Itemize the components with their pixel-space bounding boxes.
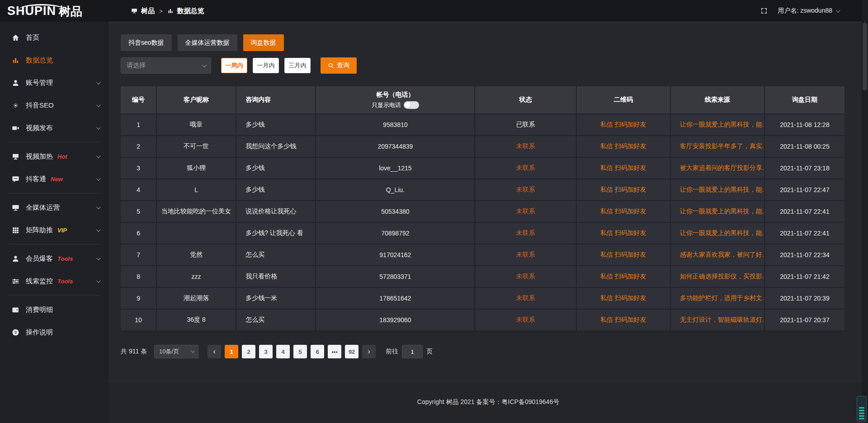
cell-lead-source[interactable]: 无主灯设计，智能磁吸轨道灯... [671,310,765,331]
sidebar-item-label: 账号管理 [26,79,53,87]
chevron-down-icon [96,205,101,209]
cell-nickname: 不可一世 [157,136,236,158]
top-header: SHUPIN 树品 树品 > 数据总览 用户名: zswodun88 [0,0,868,22]
page-button-2[interactable]: 2 [242,345,255,358]
page-button-5[interactable]: 5 [293,345,307,358]
col-source: 线索来源 [671,86,765,114]
cell-index: 9 [121,288,157,310]
phone-only-toggle[interactable] [404,101,419,109]
header-right: 用户名: zswodun88 [760,7,839,15]
cell-date: 2021-11-07 22:41 [765,223,844,244]
cell-qrcode-link[interactable]: 私信 扫码加好友 [577,158,671,179]
next-page-button[interactable]: › [362,345,376,358]
cell-account: 9583810 [316,114,475,136]
sidebar-item-data-overview[interactable]: 数据总览 [0,49,108,71]
breadcrumb-root[interactable]: 树品 [141,7,155,15]
sidebar-item-lead-monitor[interactable]: 线索监控 Tools [0,270,108,292]
sidebar-item-omni-media-ops[interactable]: 全媒体运营 [0,196,108,219]
period-button-0[interactable]: 一周内 [221,58,247,73]
tab-omni-media-data[interactable]: 全媒体运营数据 [178,34,237,51]
sidebar-item-douketong[interactable]: 抖客通 New [0,168,108,190]
page-button-4[interactable]: 4 [276,345,290,358]
cell-lead-source[interactable]: 多功能护栏灯，适用于乡村文... [671,288,765,310]
cell-qrcode-link[interactable]: 私信 扫码加好友 [577,288,671,310]
sidebar-item-video-publish[interactable]: 视频发布 [0,117,108,139]
search-button[interactable]: 查询 [321,57,357,74]
scrollbar-track[interactable] [862,0,868,423]
cell-lead-source[interactable]: 客厅安装投影半年多了，真实... [671,136,765,158]
prev-page-button[interactable]: ‹ [208,345,221,358]
sidebar-item-member-baoke[interactable]: 会员爆客 Tools [0,247,108,270]
monitor-icon [12,204,19,212]
more-pages-button[interactable]: ••• [328,345,341,358]
chevron-down-icon [96,125,101,130]
tab-douyin-seo-data[interactable]: 抖音seo数据 [121,34,172,51]
cell-message: 我想问这个多少钱 [236,136,316,158]
cell-message: 怎么买 [236,244,316,266]
col-account: 帐号（电话） 只显示电话 [316,86,475,114]
sidebar-divider [8,142,99,142]
chevron-down-icon [96,227,101,232]
cell-date: 2021-11-07 21:42 [765,266,844,288]
cell-qrcode-link[interactable]: 私信 扫码加好友 [577,244,671,266]
cell-qrcode-link[interactable]: 私信 扫码加好友 [577,310,671,331]
cell-qrcode-link[interactable]: 私信 扫码加好友 [577,136,671,158]
page-footer: Copyright 树品 2021 备案号：粤ICP备09019646号 [108,381,868,423]
cell-lead-source[interactable]: 让你一眼就爱上的黑科技，能... [671,223,765,244]
period-button-2[interactable]: 三月内 [284,58,311,73]
goto-page-input[interactable] [402,345,423,358]
cell-lead-source[interactable]: 被大家追着问的客厅投影分享... [671,158,765,179]
chart-icon [12,56,19,64]
col-nickname: 客户昵称 [157,86,236,114]
period-buttons: 一周内一月内三月内 [221,58,311,73]
tab-inquiry-data[interactable]: 询盘数据 [243,34,284,51]
chevron-down-icon [836,8,840,13]
sidebar-item-consumption-detail[interactable]: 消费明细 [0,298,108,321]
page-button-6[interactable]: 6 [311,345,324,358]
page-size-select[interactable]: 10条/页 [154,345,198,358]
user-icon [12,79,19,87]
cell-status: 未联系 [475,310,576,331]
sidebar-item-operation-guide[interactable]: 操作说明 [0,321,108,343]
cell-lead-source[interactable]: 如何正确选择投影仪，买投影... [671,266,765,288]
sidebar-item-label: 消费明细 [26,306,53,314]
sidebar-item-home[interactable]: 首页 [0,26,108,49]
sidebar-item-account-management[interactable]: 账号管理 [0,71,108,94]
chevron-down-icon [191,349,194,352]
cell-status: 未联系 [475,244,576,266]
table-header-row: 编号 客户昵称 咨询内容 帐号（电话） 只显示电话 状态 二维码 线索来源 [121,86,844,114]
user-menu[interactable]: 用户名: zswodun88 [778,7,839,15]
cell-lead-source[interactable]: 让你一眼就爱上的黑科技，能... [671,201,765,223]
cell-index: 5 [121,201,157,223]
sidebar-item-label: 抖音SEO [26,101,54,110]
sidebar-item-badge: Tools [57,278,73,285]
cell-status: 未联系 [475,223,576,244]
cell-qrcode-link[interactable]: 私信 扫码加好友 [577,223,671,244]
period-button-1[interactable]: 一月内 [253,58,279,73]
chevron-down-icon [202,63,207,67]
filter-select[interactable]: 请选择 [121,57,211,74]
cell-qrcode-link[interactable]: 私信 扫码加好友 [577,114,671,136]
sidebar-item-douyin-seo[interactable]: 抖音SEO [0,94,108,117]
col-account-label: 帐号（电话） [316,91,474,99]
page-button-3[interactable]: 3 [259,345,273,358]
cell-date: 2021-11-07 23:18 [765,158,844,179]
cell-lead-source[interactable]: 让你一眼就爱上的黑科技，能... [671,179,765,201]
cell-lead-source[interactable]: 感谢大家喜欢我家，被问了好... [671,244,765,266]
cell-qrcode-link[interactable]: 私信 扫码加好友 [577,201,671,223]
cell-lead-source[interactable]: 让你一眼就爱上的黑科技，能... [671,114,765,136]
browser-extension-widget[interactable] [857,396,867,422]
cell-qrcode-link[interactable]: 私信 扫码加好友 [577,179,671,201]
fullscreen-icon[interactable] [760,7,768,14]
breadcrumb: 树品 > 数据总览 [131,7,204,15]
page-button-1[interactable]: 1 [225,345,238,358]
sidebar-item-video-heating[interactable]: 视频加热 Hot [0,145,108,168]
scrollbar-thumb[interactable] [863,23,867,90]
cell-qrcode-link[interactable]: 私信 扫码加好友 [577,266,671,288]
table-row: 3 狐小狸 多少钱 love__1215 未联系 私信 扫码加好友 被大家追着问… [121,158,844,179]
chevron-down-icon [96,154,101,158]
sidebar-item-matrix-boost[interactable]: 矩阵助推 VIP [0,219,108,241]
goto-page: 前往 页 [386,345,433,358]
cell-status: 未联系 [475,266,576,288]
page-button-92[interactable]: 92 [345,345,359,358]
